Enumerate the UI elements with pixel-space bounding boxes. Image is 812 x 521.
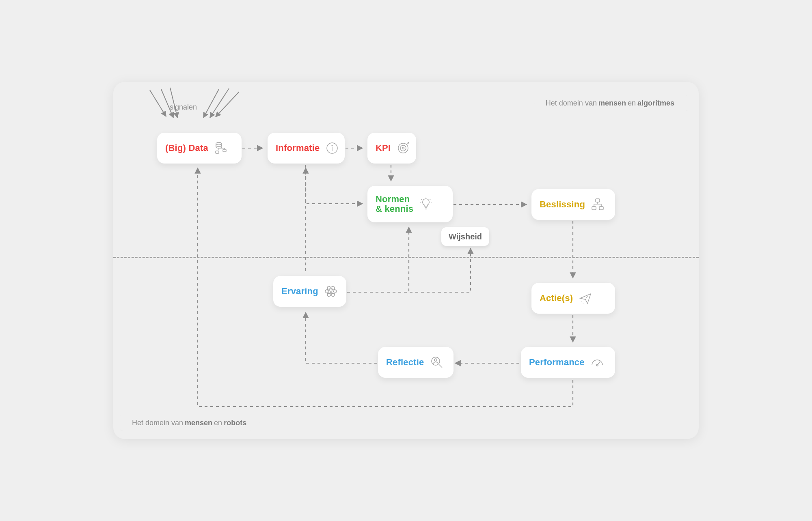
signalen-label: signalen	[170, 103, 197, 112]
gauge-icon	[590, 355, 604, 369]
banner-top-b1: mensen	[597, 99, 628, 108]
node-acties-label: Actie(s)	[540, 293, 573, 303]
node-bigdata-label: (Big) Data	[165, 143, 208, 153]
node-reflectie: Reflectie	[378, 347, 454, 378]
paper-plane-icon	[579, 291, 592, 305]
page-background: Het domein van mensen en algoritmes Het …	[0, 0, 812, 521]
node-informatie-label: Informatie	[276, 143, 320, 153]
node-normen: Normen & kennis	[367, 186, 453, 222]
node-normen-label: Normen & kennis	[376, 194, 413, 214]
node-bigdata: (Big) Data	[157, 133, 242, 164]
svg-point-31	[330, 289, 332, 291]
svg-rect-22	[596, 199, 600, 202]
magnifier-user-icon	[430, 355, 444, 369]
svg-rect-24	[599, 207, 603, 210]
node-ervaring-label: Ervaring	[281, 286, 318, 296]
svg-point-21	[402, 147, 404, 149]
svg-line-2	[170, 88, 177, 118]
svg-point-27	[434, 359, 437, 361]
diagram-card: Het domein van mensen en algoritmes Het …	[113, 82, 699, 439]
svg-line-5	[216, 92, 239, 117]
banner-bottom-mid: en	[214, 419, 222, 427]
svg-line-0	[150, 90, 166, 116]
domain-divider	[113, 257, 699, 258]
banner-top-mid: en	[628, 99, 636, 108]
pill-wijsheid-label: Wijsheid	[449, 232, 482, 241]
svg-point-18	[332, 145, 333, 146]
node-informatie: Informatie	[268, 133, 345, 164]
banner-top-prefix: Het domein van	[546, 99, 597, 108]
database-tree-icon	[214, 141, 228, 155]
target-icon	[396, 141, 410, 155]
svg-line-4	[210, 88, 229, 118]
banner-bottom-prefix: Het domein van	[132, 419, 183, 427]
banner-top: Het domein van mensen en algoritmes	[534, 95, 687, 111]
svg-point-14	[216, 142, 222, 145]
node-beslissing-label: Beslissing	[540, 200, 585, 209]
pill-wijsheid: Wijsheid	[441, 227, 489, 246]
banner-bottom-b2: robots	[222, 419, 248, 427]
atom-user-icon	[324, 284, 338, 298]
node-beslissing: Beslissing	[531, 189, 615, 220]
node-kpi: KPI	[367, 133, 416, 164]
banner-bottom: Het domein van mensen en robots	[121, 415, 259, 431]
svg-point-20	[400, 145, 406, 151]
node-acties: Actie(s)	[531, 283, 615, 314]
node-performance: Performance	[521, 347, 615, 378]
svg-rect-23	[592, 207, 596, 210]
svg-line-3	[203, 89, 219, 118]
node-performance-label: Performance	[529, 357, 585, 367]
node-kpi-label: KPI	[376, 143, 391, 153]
node-ervaring: Ervaring	[273, 276, 346, 307]
banner-bottom-b1: mensen	[183, 419, 214, 427]
svg-rect-15	[223, 149, 226, 152]
svg-rect-16	[216, 151, 219, 153]
lightbulb-icon	[419, 197, 433, 211]
banner-top-b2: algoritmes	[636, 99, 676, 108]
node-reflectie-label: Reflectie	[386, 357, 424, 367]
info-icon	[325, 141, 339, 155]
flowchart-icon	[591, 198, 605, 211]
